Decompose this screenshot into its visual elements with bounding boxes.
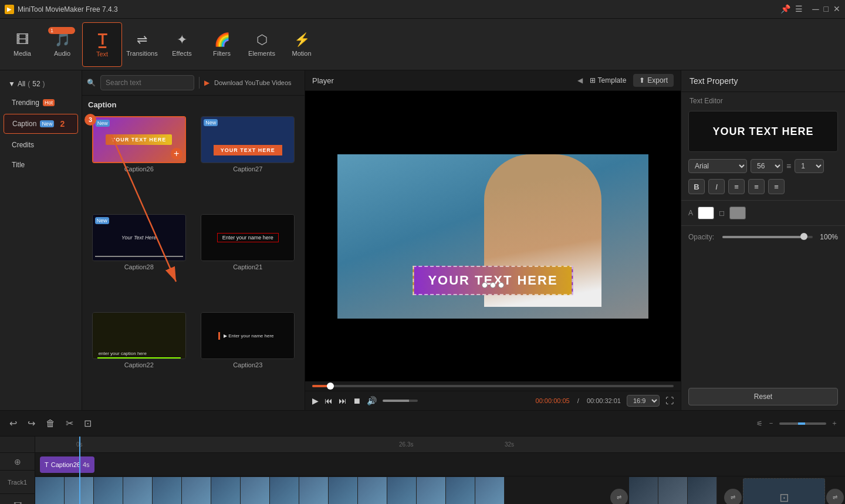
sidebar-item-caption[interactable]: Caption New 2 — [4, 114, 78, 134]
caption-grid: YOUR TEXT HERE New + Caption26 YOUR TEXT… — [82, 111, 305, 410]
text-preview-box[interactable]: YOUR TEXT HERE — [688, 111, 838, 152]
transition1-icon[interactable]: ⇌ — [610, 489, 628, 505]
text-property-header: Text Property — [681, 70, 845, 92]
caption23-thumb[interactable]: ▶ Enter your name here — [201, 312, 295, 359]
window-controls: 📌 ☰ ─ □ ✕ — [780, 4, 840, 15]
shadow-icon: ◻ — [719, 209, 725, 217]
undo-btn[interactable]: ↩ — [7, 415, 19, 431]
crop-btn[interactable]: ⊡ — [82, 415, 94, 431]
font-select[interactable]: Arial Times New Roman — [688, 159, 747, 173]
motion-tool[interactable]: ⚡ Motion — [282, 22, 322, 67]
progress-bar[interactable] — [312, 385, 674, 387]
transition2-icon[interactable]: ⇌ — [724, 489, 742, 505]
caption-badge: New — [40, 120, 54, 127]
frame-12 — [358, 477, 387, 505]
prev-btn[interactable]: ⏮ — [325, 396, 333, 405]
minimize-button[interactable]: ─ — [812, 4, 819, 15]
aspect-ratio-select[interactable]: 16:9 9:16 1:1 — [627, 395, 660, 407]
shadow-color-picker[interactable] — [729, 207, 746, 219]
zoom-out-icon[interactable]: － — [768, 418, 775, 428]
text-tool[interactable]: T̲ Text — [82, 22, 122, 67]
caption-clip[interactable]: T Caption26 4s — [40, 456, 94, 473]
elements-tool[interactable]: ⬡ Elements — [242, 22, 282, 67]
transition3-icon[interactable]: ⇌ — [826, 489, 844, 505]
list-item[interactable]: YOUR TEXT HERE New + Caption26 — [87, 116, 191, 209]
align-right-btn[interactable]: ≡ — [768, 179, 785, 194]
yt-icon: ▶ — [204, 79, 209, 87]
volume-btn[interactable]: 🔊 — [367, 396, 377, 405]
close-button[interactable]: ✕ — [833, 4, 840, 15]
list-item[interactable]: enter your caption here Caption22 — [87, 312, 191, 405]
maximize-button[interactable]: □ — [824, 4, 829, 15]
media-tool[interactable]: 🎞 Media — [2, 22, 42, 67]
delete-btn[interactable]: 🗑 — [43, 416, 58, 431]
frame-19 — [688, 477, 717, 505]
list-item[interactable]: Your Text Here New Caption28 — [87, 214, 191, 307]
credits-label: Credits — [12, 141, 34, 149]
align-left-btn[interactable]: ≡ — [728, 179, 745, 194]
caption27-thumb[interactable]: YOUR TEXT HERE New — [201, 116, 295, 163]
list-item[interactable]: YOUR TEXT HERE New Caption27 — [196, 116, 300, 209]
caption22-thumb[interactable]: enter your caption here — [92, 312, 186, 359]
collapse-icon[interactable]: ◀ — [577, 76, 583, 84]
caption26-add-btn[interactable]: + — [171, 148, 182, 160]
track-add-icon[interactable]: ⊕ — [14, 457, 21, 466]
frame-13 — [387, 477, 417, 505]
opacity-thumb[interactable] — [800, 233, 807, 240]
fullscreen-btn[interactable]: ⛶ — [665, 396, 674, 405]
settings-icon[interactable]: ☰ — [795, 4, 803, 15]
template-btn[interactable]: ⊞ Template — [590, 76, 627, 84]
handle-center[interactable] — [490, 282, 496, 288]
sidebar-item-credits[interactable]: Credits — [4, 136, 78, 154]
align-center-btn[interactable]: ≡ — [748, 179, 765, 194]
bold-btn[interactable]: B — [688, 179, 705, 194]
line-spacing-icon: ≡ — [786, 161, 791, 171]
reset-btn[interactable]: Reset — [688, 388, 838, 405]
spacing-select[interactable]: 1 1.5 2 — [795, 159, 824, 173]
caption21-thumb[interactable]: Enter your name here — [201, 214, 295, 261]
opacity-track — [722, 236, 813, 238]
timeline-content: ⊕ Track1 🎞 🎵 0s 26.3s 32s T — [0, 437, 845, 504]
list-item[interactable]: ▶ Enter your name here Caption23 — [196, 312, 300, 405]
progress-thumb[interactable] — [327, 383, 334, 390]
elements-label: Elements — [248, 50, 275, 57]
stop-btn[interactable]: ⏹ — [353, 396, 361, 405]
opacity-value: 100% — [817, 233, 838, 241]
zoom-slider[interactable] — [779, 422, 826, 425]
playhead-line — [79, 437, 80, 504]
expand-icon: ▼ — [8, 80, 15, 88]
caption28-new-badge: New — [95, 217, 109, 224]
list-item[interactable]: Enter your name here Caption21 — [196, 214, 300, 307]
sidebar-item-title[interactable]: Title — [4, 156, 78, 174]
sidebar-item-trending[interactable]: Trending Hot — [4, 94, 78, 111]
yt-download-btn[interactable]: Download YouTube Videos — [214, 79, 292, 86]
caption28-thumb[interactable]: Your Text Here New — [92, 214, 186, 261]
zoom-in-icon[interactable]: ＋ — [831, 418, 838, 428]
audio-tool[interactable]: 🎵 Audio 1 — [42, 22, 82, 67]
redo-btn[interactable]: ↪ — [25, 415, 38, 431]
frame-11 — [329, 477, 358, 505]
handle-right[interactable] — [498, 282, 504, 288]
effects-label: Effects — [172, 50, 191, 57]
cut-btn[interactable]: ✂ — [63, 415, 76, 431]
italic-btn[interactable]: I — [708, 179, 725, 194]
font-color-picker[interactable] — [698, 207, 714, 219]
filters-tool[interactable]: 🌈 Filters — [202, 22, 242, 67]
transitions-tool[interactable]: ⇌ Transitions — [122, 22, 162, 67]
pin-icon[interactable]: 📌 — [780, 4, 790, 15]
effects-tool[interactable]: ✦ Effects — [162, 22, 202, 67]
trending-badge: Hot — [43, 99, 55, 106]
volume-bar[interactable] — [383, 400, 418, 402]
play-btn[interactable]: ▶ — [312, 396, 319, 405]
clip-placeholder: ⊡ — [743, 478, 825, 504]
all-category[interactable]: ▼ All (52) — [0, 75, 82, 93]
next-btn[interactable]: ⏭ — [339, 396, 347, 405]
export-btn[interactable]: ⬆ Export — [633, 74, 674, 87]
handle-left[interactable] — [482, 282, 488, 288]
size-select[interactable]: 56 48 72 — [751, 159, 783, 173]
track-icon-row: ⊕ — [0, 453, 35, 471]
video-overlay-text[interactable]: YOUR TEXT HERE — [413, 266, 573, 295]
caption26-thumb[interactable]: YOUR TEXT HERE New + — [92, 116, 186, 163]
filters-icon: 🌈 — [214, 32, 230, 48]
search-input[interactable] — [100, 75, 194, 90]
